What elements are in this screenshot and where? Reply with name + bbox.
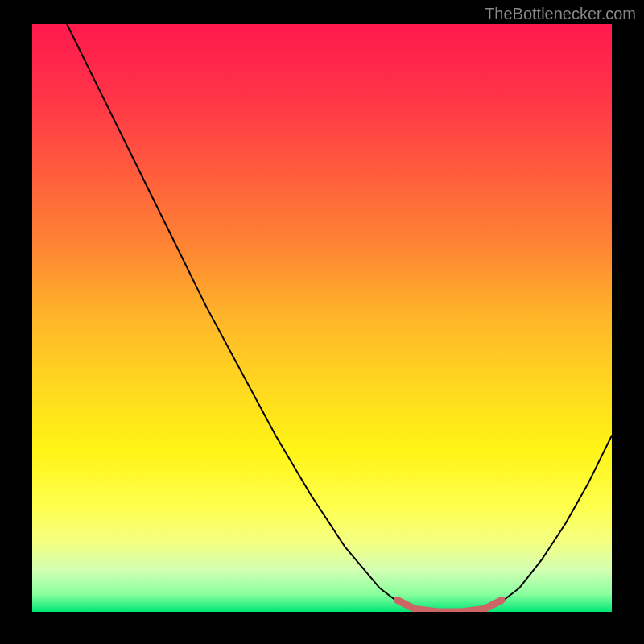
gradient-background: [32, 24, 612, 612]
chart-container: TheBottlenecker.com: [0, 0, 644, 644]
plot-area: [32, 24, 612, 612]
chart-svg: [32, 24, 612, 612]
watermark-text: TheBottlenecker.com: [485, 5, 636, 23]
